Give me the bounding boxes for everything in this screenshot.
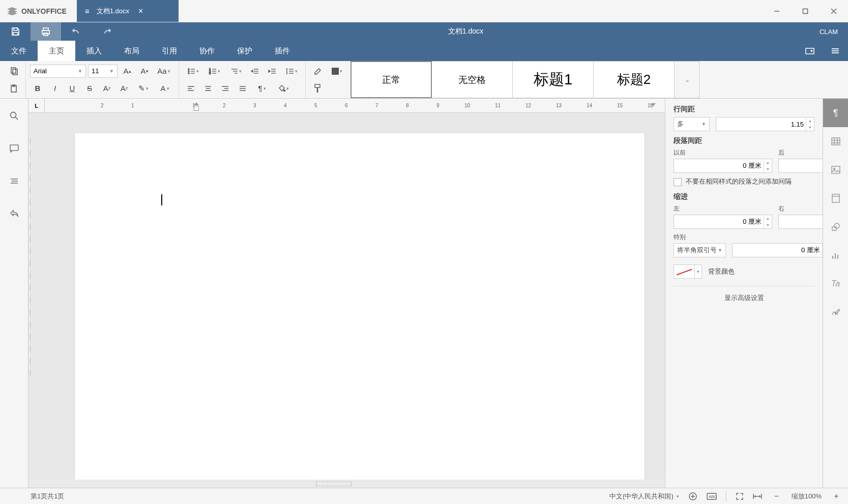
menu-home[interactable]: 主页 (38, 41, 75, 61)
svg-rect-2 (14, 28, 17, 31)
maximize-button[interactable] (791, 0, 820, 22)
spellcheck-icon[interactable] (688, 492, 697, 501)
subscript-button[interactable]: A2 (116, 81, 132, 96)
view-settings-button[interactable] (823, 41, 848, 61)
right-indent-marker[interactable] (651, 103, 656, 109)
strikethrough-button[interactable]: S (82, 81, 97, 96)
header-footer-icon[interactable] (823, 184, 848, 213)
indent-left-spinner[interactable]: ▲▼ (674, 215, 772, 229)
logo-icon (7, 7, 17, 15)
table-settings-icon[interactable] (823, 127, 848, 156)
user-label[interactable]: CLAM (809, 28, 848, 36)
change-case-button[interactable]: Aa▾ (154, 64, 173, 78)
zoom-out-button[interactable]: − (771, 491, 782, 502)
style-nospace[interactable]: 无空格 (431, 61, 513, 98)
tracking-icon[interactable]: ABC (707, 492, 717, 500)
copy-button[interactable] (6, 64, 21, 78)
close-button[interactable] (820, 0, 848, 22)
horizontal-scrollbar[interactable] (28, 480, 665, 488)
shape-settings-icon[interactable] (823, 213, 848, 241)
superscript-button[interactable]: A2 (99, 81, 114, 96)
increase-font-button[interactable]: A▴ (120, 64, 135, 78)
menu-insert[interactable]: 插入 (75, 41, 113, 61)
decrease-font-button[interactable]: A▾ (137, 64, 152, 78)
document-tab[interactable]: ≡ 文档1.docx × (77, 0, 179, 22)
signature-icon[interactable] (823, 298, 848, 327)
italic-button[interactable]: I (47, 81, 63, 96)
vertical-ruler[interactable] (28, 113, 34, 480)
fit-width-icon[interactable] (753, 493, 762, 499)
format-painter-button[interactable] (310, 81, 325, 96)
zoom-in-button[interactable]: + (831, 491, 842, 502)
textart-settings-icon[interactable]: Ta (823, 270, 848, 298)
menu-layout[interactable]: 布局 (113, 41, 151, 61)
multilevel-list-button[interactable]: ▾ (226, 64, 245, 78)
align-justify-button[interactable] (235, 81, 250, 96)
bold-button[interactable]: B (30, 81, 45, 96)
shading-button[interactable]: ▾ (274, 81, 293, 96)
menu-protect[interactable]: 保护 (226, 41, 264, 61)
menu-reference[interactable]: 引用 (151, 41, 188, 61)
undo-button[interactable] (61, 22, 92, 41)
line-spacing-value-spinner[interactable]: ▲▼ (716, 117, 814, 131)
increase-indent-button[interactable] (265, 64, 280, 78)
redo-button[interactable] (92, 22, 122, 41)
spacing-before-spinner[interactable]: ▲▼ (674, 159, 772, 173)
align-right-button[interactable] (218, 81, 233, 96)
menu-plugins[interactable]: 插件 (264, 41, 301, 61)
font-color-button[interactable]: A▾ (155, 81, 174, 96)
open-location-button[interactable] (797, 41, 823, 61)
language-select[interactable]: 中文(中华人民共和国)▾ (609, 492, 679, 501)
indent-right-spinner[interactable]: ▲▼ (778, 215, 823, 229)
style-heading2[interactable]: 标题2 (593, 61, 675, 98)
svg-line-55 (15, 117, 18, 120)
paste-button[interactable] (6, 81, 21, 96)
image-settings-icon[interactable] (823, 156, 848, 184)
decrease-indent-button[interactable] (247, 64, 262, 78)
zoom-level[interactable]: 缩放100% (792, 492, 822, 501)
nonprinting-button[interactable]: ¶▾ (252, 81, 272, 96)
svg-point-51 (283, 90, 285, 91)
underline-button[interactable]: U (65, 81, 80, 96)
menu-file[interactable]: 文件 (0, 41, 38, 61)
fit-page-icon[interactable] (736, 492, 744, 500)
font-family-select[interactable]: Arial▼ (30, 65, 86, 78)
style-heading1[interactable]: 标题1 (512, 61, 594, 98)
special-indent-select[interactable]: 将半角双引号▼ (674, 243, 726, 257)
bg-color-swatch[interactable]: ▾ (674, 264, 702, 279)
line-spacing-type-select[interactable]: 多▼ (674, 117, 710, 131)
minimize-button[interactable] (763, 0, 791, 22)
clear-style-button[interactable] (310, 64, 325, 78)
spacing-after-spinner[interactable]: ▲▼ (778, 159, 823, 173)
special-indent-spinner[interactable]: ▲▼ (732, 243, 823, 257)
style-normal[interactable]: 正常 (350, 61, 432, 98)
numbered-list-button[interactable]: 123▾ (204, 64, 224, 78)
align-center-button[interactable] (200, 81, 216, 96)
paragraph-settings-icon[interactable]: ¶ (823, 99, 848, 127)
font-size-select[interactable]: 11▼ (88, 65, 118, 78)
menu-collab[interactable]: 协作 (188, 41, 226, 61)
tab-close-icon[interactable]: × (136, 7, 145, 16)
svg-point-19 (188, 72, 189, 73)
chart-settings-icon[interactable] (823, 241, 848, 270)
save-button[interactable] (0, 22, 31, 41)
bullet-list-button[interactable]: ▾ (183, 64, 202, 78)
comments-icon[interactable] (6, 140, 22, 157)
print-button[interactable] (31, 22, 61, 41)
align-left-button[interactable] (183, 81, 198, 96)
highlight-color-button[interactable]: ✎▾ (134, 81, 153, 96)
headings-icon[interactable] (6, 173, 22, 189)
feedback-icon[interactable] (6, 205, 22, 222)
style-more-button[interactable]: ⌄ (674, 61, 699, 98)
para-spacing-label: 段落间距 (674, 136, 814, 145)
advanced-settings-link[interactable]: 显示高级设置 (674, 293, 814, 303)
document-page[interactable] (75, 133, 645, 480)
search-icon[interactable] (6, 108, 22, 124)
indent-marker[interactable] (194, 100, 199, 111)
line-spacing-button[interactable]: ▾ (282, 64, 301, 78)
horizontal-ruler[interactable]: L 21 123 456 789 101112 131415 16 (28, 99, 665, 113)
tab-selector[interactable]: L (28, 99, 45, 112)
border-button[interactable]: ▾ (327, 64, 346, 78)
no-space-checkbox[interactable] (674, 178, 682, 186)
page-count[interactable]: 第1页共1页 (6, 492, 84, 501)
